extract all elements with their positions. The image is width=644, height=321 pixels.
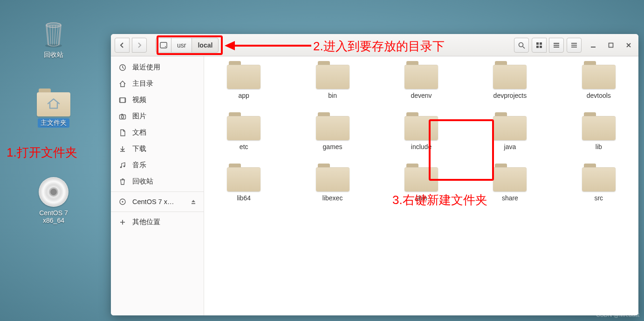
sidebar-separator (111, 212, 204, 212)
breadcrumb: usr local (156, 38, 219, 53)
annotation-step2: 2.进入到要存放的目录下 (313, 38, 445, 55)
desktop-home-folder[interactable]: 主文件夹 (26, 89, 82, 128)
view-grid-button[interactable] (532, 38, 547, 53)
svg-rect-18 (609, 43, 613, 47)
desktop-cd[interactable]: CentOS 7 x86_64 (26, 177, 82, 225)
sidebar-item-pictures[interactable]: 图片 (111, 108, 204, 124)
svg-rect-7 (536, 42, 539, 45)
sidebar-item-trash[interactable]: 回收站 (111, 173, 204, 190)
svg-rect-15 (571, 45, 577, 46)
window-minimize-button[interactable] (587, 39, 599, 51)
desktop-trash[interactable]: 回收站 (26, 19, 82, 60)
nav-forward-button[interactable] (132, 38, 147, 53)
folder-bin[interactable]: bin (305, 61, 361, 99)
folder-games[interactable]: games (305, 112, 361, 150)
annotation-step3: 3.右键新建文件夹 (392, 192, 487, 208)
search-icon (518, 41, 525, 49)
sidebar-item-label: 其他位置 (132, 218, 160, 226)
folder-devtools[interactable]: devtools (571, 61, 627, 99)
sidebar-item-cd[interactable]: CentOS 7 x… (111, 194, 204, 210)
svg-rect-16 (571, 47, 577, 48)
watermark: CSDN @Mredust (596, 312, 639, 318)
folder-devenv[interactable]: devenv (393, 61, 449, 99)
svg-point-27 (122, 201, 123, 203)
svg-rect-11 (554, 43, 559, 44)
hamburger-icon (571, 42, 577, 48)
sidebar-item-videos[interactable]: 视频 (111, 92, 204, 108)
sidebar-item-downloads[interactable]: 下载 (111, 141, 204, 157)
folder-home-icon (26, 89, 82, 116)
sidebar-item-label: 音乐 (132, 161, 146, 170)
folder-app[interactable]: app (216, 61, 272, 99)
plus-icon (118, 218, 127, 226)
sidebar-item-documents[interactable]: 文档 (111, 124, 204, 141)
folder-java[interactable]: java (482, 112, 538, 150)
folder-lib[interactable]: lib (571, 112, 627, 150)
folder-src[interactable]: src (571, 164, 627, 202)
folder-lib64[interactable]: lib64 (216, 164, 272, 202)
folder-include[interactable]: include (393, 112, 449, 150)
nav-back-button[interactable] (115, 38, 130, 53)
folder-share[interactable]: share (482, 164, 538, 202)
sidebar-item-label: CentOS 7 x… (132, 198, 174, 205)
desktop-trash-label: 回收站 (41, 50, 66, 60)
download-icon (118, 145, 127, 153)
svg-rect-3 (160, 42, 167, 48)
camera-icon (118, 112, 127, 121)
svg-rect-17 (591, 47, 596, 48)
file-manager-window: usr local 最近使用 主目录 (111, 34, 638, 315)
breadcrumb-root[interactable] (156, 38, 171, 53)
sidebar-item-label: 下载 (132, 144, 146, 153)
sidebar-item-recent[interactable]: 最近使用 (111, 59, 204, 75)
sidebar-item-label: 主目录 (132, 79, 153, 88)
desktop-home-label: 主文件夹 (38, 118, 69, 128)
trash-icon (26, 19, 82, 48)
sidebar-item-label: 回收站 (132, 177, 153, 186)
music-icon (118, 161, 127, 170)
svg-line-6 (523, 47, 525, 48)
svg-rect-9 (536, 46, 539, 48)
video-icon (118, 96, 127, 104)
home-icon (118, 80, 127, 88)
folder-devprojects[interactable]: devprojects (482, 61, 538, 99)
svg-point-2 (46, 23, 61, 27)
sidebar-item-music[interactable]: 音乐 (111, 157, 204, 173)
window-maximize-button[interactable] (605, 39, 617, 51)
breadcrumb-local[interactable]: local (192, 38, 219, 53)
search-button[interactable] (514, 38, 529, 53)
trash-small-icon (118, 178, 127, 186)
clock-icon (118, 63, 127, 72)
svg-rect-13 (554, 47, 559, 48)
folder-libexec[interactable]: libexec (305, 164, 361, 202)
svg-rect-23 (121, 114, 123, 115)
svg-rect-12 (554, 45, 559, 46)
cd-icon (26, 177, 82, 207)
breadcrumb-usr[interactable]: usr (171, 38, 192, 53)
content-area[interactable]: app bin devenv devprojects devtools etc … (204, 56, 638, 315)
sidebar-item-label: 视频 (132, 96, 146, 104)
sidebar-item-label: 图片 (132, 112, 146, 121)
svg-rect-10 (540, 46, 542, 48)
sidebar-separator (111, 191, 204, 192)
folder-etc[interactable]: etc (216, 112, 272, 150)
view-list-button[interactable] (549, 38, 564, 53)
annotation-arrow-head (225, 41, 235, 50)
document-icon (118, 129, 127, 137)
list-icon (553, 42, 560, 48)
sidebar-item-other[interactable]: 其他位置 (111, 214, 204, 230)
sidebar: 最近使用 主目录 视频 图片 文档 下载 (111, 56, 204, 315)
sidebar-item-home[interactable]: 主目录 (111, 75, 204, 92)
grid-icon (536, 42, 542, 48)
svg-point-24 (120, 166, 122, 168)
window-close-button[interactable] (623, 39, 635, 51)
annotation-arrow-line (234, 45, 311, 47)
annotation-step1: 1.打开文件夹 (7, 144, 77, 161)
svg-point-4 (165, 46, 166, 47)
desktop-cd-label: CentOS 7 x86_64 (26, 209, 82, 225)
eject-icon[interactable] (191, 199, 196, 205)
svg-point-22 (121, 116, 123, 118)
hamburger-menu-button[interactable] (567, 38, 582, 53)
sidebar-item-label: 文档 (132, 128, 146, 137)
svg-point-5 (519, 42, 523, 47)
icon-grid: app bin devenv devprojects devtools etc … (213, 61, 629, 202)
